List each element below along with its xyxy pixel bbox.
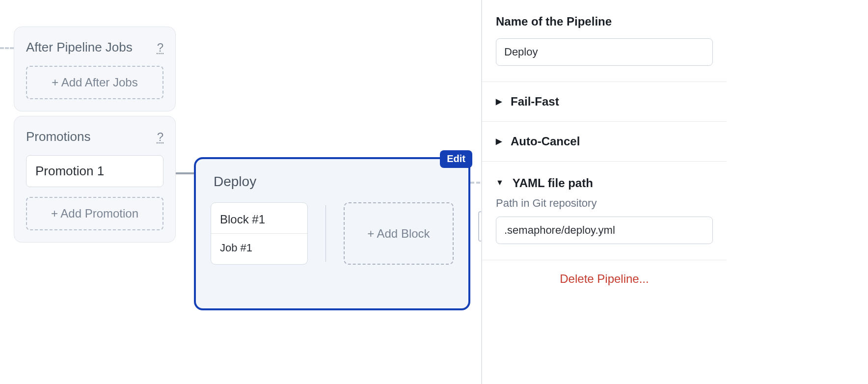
add-after-jobs-label: + Add After Jobs — [52, 76, 137, 89]
yaml-path-disclosure[interactable]: YAML file path — [496, 176, 713, 190]
block-job[interactable]: Job #1 — [211, 234, 307, 264]
fail-fast-disclosure[interactable]: Fail-Fast — [496, 95, 713, 109]
after-pipeline-header: After Pipeline Jobs ? — [26, 40, 163, 55]
yaml-path-sublabel: Path in Git repository — [496, 197, 713, 210]
after-pipeline-panel: After Pipeline Jobs ? + Add After Jobs — [14, 27, 176, 111]
promotions-header: Promotions ? — [26, 129, 163, 144]
auto-cancel-section: Auto-Cancel — [482, 122, 727, 162]
help-icon[interactable]: ? — [157, 130, 163, 144]
delete-pipeline-label: Delete Pipeline... — [560, 272, 649, 285]
auto-cancel-disclosure[interactable]: Auto-Cancel — [496, 135, 713, 148]
add-promotion-label: + Add Promotion — [51, 207, 138, 220]
auto-cancel-heading: Auto-Cancel — [511, 135, 580, 148]
yaml-path-input[interactable] — [496, 217, 713, 244]
fail-fast-heading: Fail-Fast — [511, 95, 559, 109]
after-pipeline-title: After Pipeline Jobs — [26, 40, 133, 55]
connector-deploy-to-right — [470, 182, 480, 184]
promotions-panel: Promotions ? Promotion 1 + Add Promotion — [14, 116, 176, 243]
pipeline-title: Deploy — [214, 174, 454, 190]
connector-promotion-to-deploy — [176, 172, 195, 174]
help-icon[interactable]: ? — [157, 41, 163, 55]
workflow-canvas: After Pipeline Jobs ? + Add After Jobs P… — [0, 0, 868, 384]
block-separator — [326, 205, 326, 262]
properties-panel: Name of the Pipeline Fail-Fast Auto-Canc… — [481, 0, 727, 384]
connector-left-entry — [0, 47, 14, 49]
block-card[interactable]: Block #1 Job #1 — [211, 202, 308, 265]
promotions-title: Promotions — [26, 129, 91, 144]
delete-pipeline-button[interactable]: Delete Pipeline... — [482, 260, 727, 301]
yaml-path-heading: YAML file path — [513, 176, 593, 190]
add-block-label: + Add Block — [367, 227, 430, 240]
edit-badge-label: Edit — [447, 153, 465, 164]
block-title: Block #1 — [211, 203, 307, 234]
pipeline-name-input[interactable] — [496, 38, 713, 66]
yaml-path-section: YAML file path Path in Git repository — [482, 162, 727, 260]
pipeline-card[interactable]: Edit Deploy Block #1 Job #1 + Add Block — [194, 157, 470, 310]
promotion-item[interactable]: Promotion 1 — [26, 155, 163, 187]
pipeline-name-heading: Name of the Pipeline — [496, 15, 713, 28]
edit-badge[interactable]: Edit — [440, 150, 472, 168]
promotion-item-label: Promotion 1 — [35, 164, 104, 178]
fail-fast-section: Fail-Fast — [482, 82, 727, 122]
add-promotion-button[interactable]: + Add Promotion — [26, 197, 163, 230]
pipeline-name-section: Name of the Pipeline — [482, 0, 727, 82]
add-block-button[interactable]: + Add Block — [344, 202, 454, 265]
pipeline-blocks-row: Block #1 Job #1 + Add Block — [211, 202, 454, 265]
add-after-jobs-button[interactable]: + Add After Jobs — [26, 66, 163, 99]
